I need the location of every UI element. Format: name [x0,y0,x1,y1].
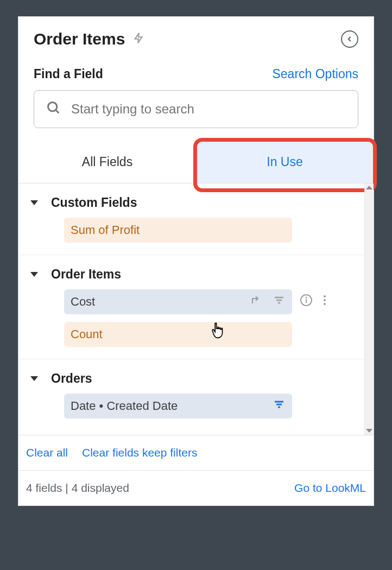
go-to-lookml-link[interactable]: Go to LookML [294,482,366,495]
scroll-up-icon[interactable] [366,186,372,189]
search-input[interactable] [71,102,346,117]
search-icon [46,100,61,118]
field-count[interactable]: Count [64,322,292,347]
field-list: Custom Fields Sum of Profit Order Items … [18,183,374,435]
field-group: Custom Fields Sum of Profit [18,183,374,255]
search-box[interactable] [34,90,358,128]
chevron-down-icon [30,200,38,205]
field-date-created-date[interactable]: Date • Created Date [64,394,292,419]
search-header: Find a Field Search Options [18,57,374,87]
scrollbar[interactable] [364,183,374,435]
svg-point-7 [306,297,307,298]
tabs: All Fields In Use [18,141,374,183]
svg-point-0 [48,103,57,111]
chevron-down-icon [30,272,38,277]
clear-fields-keep-filters-link[interactable]: Clear fields keep filters [82,446,197,459]
find-field-label: Find a Field [34,67,103,81]
pivot-icon[interactable] [250,294,263,310]
field-cost[interactable]: Cost [64,289,292,314]
svg-point-10 [324,303,326,305]
group-name: Custom Fields [51,195,137,210]
field-label: Cost [71,295,250,309]
scroll-down-icon[interactable] [366,429,372,433]
collapse-panel-button[interactable] [341,30,358,48]
status-bar: 4 fields | 4 displayed Go to LookML [18,470,374,505]
kebab-menu-icon[interactable] [323,294,327,310]
quick-start-icon[interactable] [132,30,144,48]
filter-icon[interactable] [273,294,286,310]
field-picker-panel: Order Items Find a Field Search Options … [18,16,374,506]
clear-all-link[interactable]: Clear all [26,446,68,459]
filter-active-icon[interactable] [273,398,286,414]
field-label: Count [71,327,286,341]
footer-links: Clear all Clear fields keep filters [18,435,374,470]
group-header-order-items[interactable]: Order Items [18,267,374,282]
search-options-link[interactable]: Search Options [272,67,358,81]
field-row-actions [292,289,327,314]
chevron-down-icon [30,376,38,381]
group-name: Order Items [51,267,121,282]
panel-header: Order Items [18,17,374,57]
field-group: Orders Date • Created Date [18,359,374,430]
field-group: Order Items Cost [18,255,374,359]
field-sum-of-profit[interactable]: Sum of Profit [64,218,292,243]
svg-line-1 [56,110,59,113]
info-icon[interactable] [300,294,313,310]
panel-title: Order Items [34,30,125,48]
tab-in-use[interactable]: In Use [196,141,374,183]
svg-point-8 [324,295,326,297]
field-label: Sum of Profit [71,223,286,237]
group-name: Orders [51,371,92,386]
group-header-orders[interactable]: Orders [18,371,374,386]
field-label: Date • Created Date [71,399,273,413]
group-header-custom-fields[interactable]: Custom Fields [18,195,374,210]
tab-all-fields[interactable]: All Fields [18,141,196,183]
field-count-status: 4 fields | 4 displayed [26,482,129,495]
svg-point-9 [324,299,326,301]
